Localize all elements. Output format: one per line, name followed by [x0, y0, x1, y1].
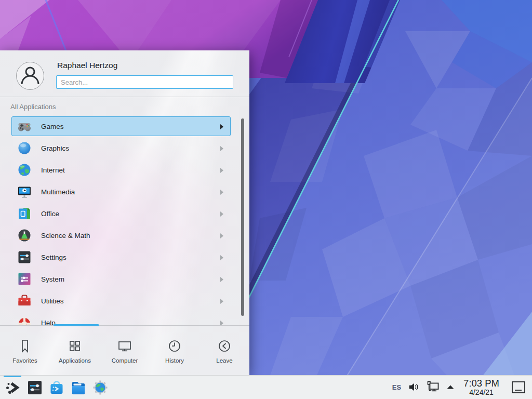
- application-launcher-button[interactable]: [2, 376, 24, 399]
- tab-computer[interactable]: Computer: [100, 328, 150, 374]
- tab-applications[interactable]: Applications: [50, 328, 100, 374]
- launcher-tab-bar: Favorites Applications Computer: [0, 328, 249, 374]
- submenu-arrow-icon: [220, 167, 224, 174]
- tab-label: History: [165, 357, 184, 364]
- grid-icon: [67, 338, 83, 354]
- submenu-arrow-icon: [220, 320, 224, 325]
- section-label: All Applications: [10, 103, 56, 111]
- footer-divider: [0, 325, 249, 326]
- application-launcher-popup: Raphael Hertzog All Applications Games: [0, 50, 249, 375]
- menu-item-label: Internet: [41, 166, 65, 174]
- keyboard-layout-indicator[interactable]: ES: [392, 383, 401, 391]
- menu-item-label: Settings: [41, 254, 66, 261]
- file-manager-button[interactable]: [68, 376, 89, 399]
- submenu-arrow-icon: [220, 211, 224, 217]
- kde-launcher-icon: [5, 379, 21, 396]
- menu-item-internet[interactable]: Internet: [11, 160, 231, 180]
- gamepad-icon: [17, 119, 32, 134]
- menu-item-utilities[interactable]: Utilities: [11, 291, 231, 311]
- menu-item-multimedia[interactable]: Multimedia: [11, 182, 231, 202]
- user-avatar[interactable]: [16, 62, 44, 90]
- web-browser-button[interactable]: [89, 376, 111, 399]
- search-input[interactable]: [56, 75, 233, 89]
- menu-item-label: Office: [41, 210, 59, 218]
- taskbar-launchers: [0, 376, 111, 399]
- menu-item-label: System: [41, 275, 64, 283]
- digital-clock[interactable]: 7:03 PM 4/24/21: [463, 378, 499, 396]
- tray-expander-icon[interactable]: [446, 384, 455, 390]
- lifebuoy-icon: [17, 315, 32, 325]
- submenu-arrow-icon: [220, 233, 224, 239]
- submenu-arrow-icon: [220, 124, 224, 130]
- computer-icon: [117, 338, 132, 354]
- system-tray: ES 7:03 PM 4/24/21: [392, 378, 532, 396]
- sphere-icon: [17, 141, 32, 155]
- menu-item-label: Graphics: [41, 144, 69, 152]
- system-sliders-icon: [17, 272, 32, 286]
- submenu-arrow-icon: [220, 298, 224, 304]
- sliders-icon: [17, 250, 32, 264]
- documents-icon: [17, 206, 32, 221]
- menu-item-label: Multimedia: [41, 188, 75, 196]
- tab-leave[interactable]: Leave: [200, 328, 249, 374]
- menu-item-system[interactable]: System: [11, 269, 231, 289]
- menu-item-settings[interactable]: Settings: [11, 247, 231, 267]
- tab-history[interactable]: History: [150, 328, 200, 374]
- system-settings-icon: [26, 379, 43, 396]
- submenu-arrow-icon: [220, 276, 224, 283]
- menu-item-graphics[interactable]: Graphics: [11, 138, 231, 158]
- show-desktop-button[interactable]: [511, 381, 526, 394]
- menu-item-label: Science & Math: [41, 232, 90, 240]
- tab-label: Computer: [112, 357, 138, 364]
- active-tab-indicator: [54, 324, 99, 326]
- clock-date: 4/24/21: [463, 389, 499, 396]
- submenu-arrow-icon: [220, 255, 224, 261]
- tab-label: Applications: [59, 357, 91, 364]
- user-name: Raphael Hertzog: [57, 61, 117, 70]
- launcher-header: Raphael Hertzog: [0, 50, 249, 97]
- menu-item-science-math[interactable]: Science & Math: [11, 225, 231, 245]
- tab-label: Favorites: [12, 357, 37, 364]
- toolbox-icon: [17, 294, 32, 308]
- list-scrollbar[interactable]: [241, 118, 244, 316]
- tab-favorites[interactable]: Favorites: [0, 328, 50, 374]
- system-settings-button[interactable]: [24, 376, 46, 399]
- tab-label: Leave: [216, 357, 232, 364]
- discover-icon: [48, 379, 65, 396]
- browser-globe-gear-icon: [92, 379, 109, 396]
- bookmark-icon: [17, 338, 33, 354]
- user-icon: [17, 62, 44, 89]
- submenu-arrow-icon: [220, 145, 224, 152]
- menu-item-office[interactable]: Office: [11, 204, 231, 223]
- monitor-play-icon: [17, 184, 32, 199]
- menu-item-help[interactable]: Help: [11, 313, 231, 325]
- header-divider: [0, 97, 249, 97]
- menu-item-label: Games: [41, 123, 64, 130]
- network-icon[interactable]: [426, 381, 440, 393]
- menu-item-label: Utilities: [41, 297, 64, 305]
- folder-icon: [70, 379, 87, 396]
- menu-item-games[interactable]: Games: [11, 116, 231, 136]
- clock-icon: [167, 338, 182, 354]
- flask-icon: [17, 228, 32, 243]
- active-task-indicator: [4, 376, 21, 377]
- globe-icon: [17, 163, 32, 177]
- category-list: Games Graphics Internet: [0, 116, 249, 325]
- clock-time: 7:03 PM: [463, 378, 499, 388]
- discover-button[interactable]: [46, 376, 68, 399]
- volume-icon[interactable]: [408, 381, 419, 393]
- leave-icon: [217, 338, 232, 354]
- submenu-arrow-icon: [220, 189, 224, 195]
- taskbar-panel: ES 7:03 PM 4/24/21: [0, 375, 532, 399]
